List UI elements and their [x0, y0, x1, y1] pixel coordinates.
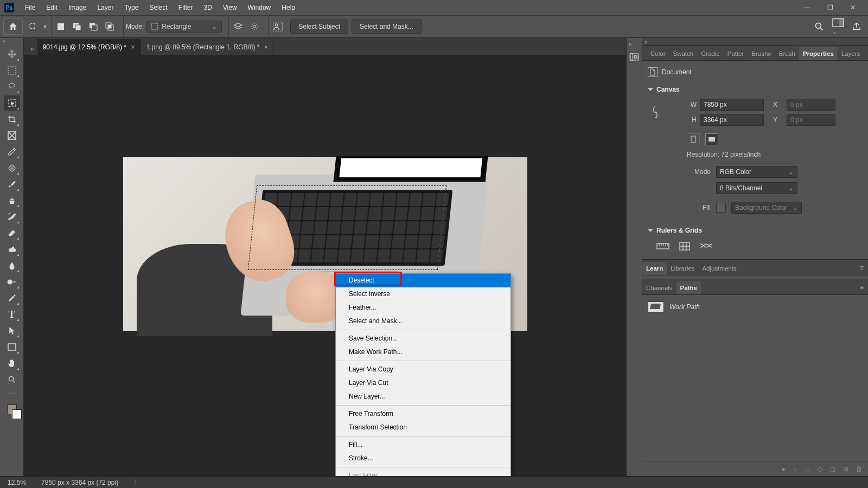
menu-image[interactable]: Image [63, 0, 92, 15]
healing-brush-tool[interactable] [4, 160, 20, 176]
context-menu-item[interactable]: Stroke... [336, 452, 510, 465]
search-icon[interactable] [814, 21, 825, 32]
expand-tools-icon[interactable]: » [0, 38, 23, 46]
grid-icon[interactable] [679, 242, 690, 251]
path-selection-tool[interactable] [4, 323, 20, 338]
add-mask-icon[interactable]: ◻ [830, 465, 835, 473]
background-color-swatch[interactable] [12, 409, 22, 419]
sample-all-layers-icon[interactable] [231, 20, 245, 34]
select-subject-icon[interactable] [271, 20, 285, 34]
type-tool[interactable]: T [4, 307, 20, 322]
enhance-edge-icon[interactable] [247, 20, 261, 34]
stroke-path-icon[interactable]: ○ [793, 465, 797, 473]
panel-tab-channels[interactable]: Channels [642, 281, 676, 294]
window-minimize-button[interactable]: ― [796, 2, 818, 14]
context-menu-item[interactable]: New Layer... [336, 390, 510, 403]
new-selection-icon[interactable] [54, 20, 68, 34]
context-menu-item[interactable]: Deselect [336, 274, 510, 287]
panel-tab-swatch[interactable]: Swatch [669, 47, 697, 60]
zoom-level[interactable]: 12.5% [8, 479, 26, 486]
fill-swatch[interactable] [716, 203, 726, 213]
menu-select[interactable]: Select [144, 0, 173, 15]
rulers-icon[interactable] [656, 242, 669, 251]
panel-tab-properties[interactable]: Properties [799, 47, 838, 60]
fill-select[interactable]: Background Color⌄ [731, 202, 802, 214]
frame-tool[interactable] [4, 128, 20, 143]
subtract-selection-icon[interactable] [86, 20, 100, 34]
context-menu-item[interactable]: Select and Mask... [336, 314, 510, 328]
fill-path-icon[interactable]: ● [782, 465, 786, 473]
y-input[interactable]: 0 px [787, 114, 835, 126]
home-button[interactable] [3, 18, 23, 35]
context-menu-item[interactable]: Fill... [336, 438, 510, 452]
add-selection-icon[interactable] [70, 20, 84, 34]
eyedropper-tool[interactable] [4, 144, 20, 159]
panel-tab-learn[interactable]: Learn [642, 262, 667, 275]
rectangle-tool[interactable] [4, 339, 20, 355]
orientation-landscape-icon[interactable] [705, 133, 718, 145]
context-menu-item[interactable]: Free Transform [336, 407, 510, 421]
height-input[interactable]: 3364 px [700, 114, 764, 126]
color-mode-select[interactable]: RGB Color⌄ [716, 166, 797, 178]
zoom-tool[interactable] [4, 372, 20, 387]
panel-tab-paths[interactable]: Paths [676, 281, 701, 294]
menu-file[interactable]: File [20, 0, 41, 15]
load-path-selection-icon[interactable]: ◌ [805, 465, 810, 473]
expand-docs-icon[interactable]: » [27, 45, 37, 55]
mode-dropdown[interactable]: Rectangle ⌄ [146, 21, 222, 33]
close-tab-icon[interactable]: × [264, 43, 269, 51]
workspace-switcher-icon[interactable]: ⌄ [832, 18, 844, 35]
intersect-selection-icon[interactable] [103, 20, 117, 34]
tool-preset-picker[interactable] [26, 20, 40, 34]
collapse-panels-icon[interactable]: » [642, 38, 868, 46]
context-menu-item[interactable]: Select Inverse [336, 287, 510, 301]
document-tab[interactable]: 9014.jpg @ 12.5% (RGB/8) *× [37, 39, 141, 55]
select-subject-button[interactable]: Select Subject [290, 20, 348, 34]
panel-menu-icon[interactable]: ≡ [856, 280, 868, 294]
panel-menu-icon[interactable]: ≡ [856, 261, 868, 275]
marquee-tool[interactable] [4, 63, 20, 78]
lasso-tool[interactable] [4, 79, 20, 94]
panel-tab-patter[interactable]: Patter [724, 47, 748, 60]
canvas[interactable]: DeselectSelect InverseFeather...Select a… [24, 55, 626, 476]
orientation-portrait-icon[interactable] [687, 133, 700, 145]
panel-tab-brushe[interactable]: Brushe [748, 47, 775, 60]
menu-type[interactable]: Type [119, 0, 144, 15]
context-menu-item[interactable]: Layer Via Copy [336, 363, 510, 376]
bit-depth-select[interactable]: 8 Bits/Channel⌄ [716, 182, 797, 194]
guides-icon[interactable] [700, 242, 713, 251]
delete-path-icon[interactable]: 🗑 [856, 465, 863, 473]
panel-tab-adjustments[interactable]: Adjustments [698, 262, 740, 275]
gradient-tool[interactable] [4, 242, 20, 257]
context-menu-item[interactable]: Save Selection... [336, 332, 510, 345]
panel-tab-libraries[interactable]: Libraries [667, 262, 698, 275]
clone-stamp-tool[interactable] [4, 193, 20, 208]
window-close-button[interactable]: ✕ [842, 2, 864, 14]
canvas-section-toggle[interactable]: Canvas [648, 82, 863, 97]
menu-layer[interactable]: Layer [92, 0, 119, 15]
context-menu-item[interactable]: Layer Via Cut [336, 376, 510, 390]
context-menu-item[interactable]: Feather... [336, 301, 510, 314]
status-more-icon[interactable]: 〉 [133, 478, 140, 487]
move-tool[interactable] [4, 47, 20, 62]
menu-filter[interactable]: Filter [173, 0, 199, 15]
document-tab[interactable]: 1.png @ 89.5% (Rectangle 1, RGB/8) *× [141, 39, 275, 55]
crop-tool[interactable] [4, 112, 20, 127]
menu-view[interactable]: View [218, 0, 242, 15]
new-path-icon[interactable]: ⊞ [843, 465, 848, 473]
hand-tool[interactable] [4, 356, 20, 371]
expand-panels-icon[interactable]: « [627, 41, 632, 47]
close-tab-icon[interactable]: × [131, 43, 135, 51]
share-icon[interactable] [852, 22, 861, 31]
rulers-grids-section-toggle[interactable]: Rulers & Grids [648, 223, 863, 237]
menu-window[interactable]: Window [242, 0, 277, 15]
menu-3d[interactable]: 3D [198, 0, 217, 15]
window-maximize-button[interactable]: ❐ [819, 2, 841, 14]
history-brush-tool[interactable] [4, 209, 20, 224]
x-input[interactable]: 0 px [787, 99, 835, 111]
make-work-path-icon[interactable]: ◇ [818, 465, 822, 473]
panel-tab-gradie[interactable]: Gradie [697, 47, 724, 60]
panel-tab-layers[interactable]: Layers [838, 47, 864, 60]
panel-menu-icon[interactable]: ≡ [864, 46, 868, 60]
panel-tab-brush[interactable]: Brush [775, 47, 799, 60]
